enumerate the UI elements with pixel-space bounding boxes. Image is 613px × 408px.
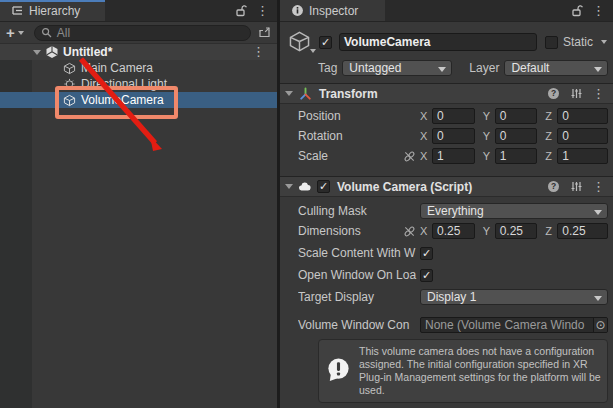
axis-y-label: Y: [483, 150, 493, 162]
help-icon[interactable]: ?: [546, 87, 560, 101]
volume-window-object-field[interactable]: None (Volume Camera Windo ⊙: [420, 317, 608, 333]
foldout-open-icon[interactable]: [285, 91, 293, 96]
item-label: VolumeCamera: [81, 93, 164, 107]
hierarchy-tabbar: Hierarchy ⋮: [0, 0, 277, 22]
scene-menu-icon[interactable]: ⋮: [252, 45, 265, 58]
hierarchy-panel: Hierarchy ⋮ + All: [0, 0, 277, 408]
hierarchy-tab-label: Hierarchy: [29, 4, 80, 18]
chevron-down-icon: [310, 49, 316, 53]
scene-row-untitled[interactable]: Untitled* ⋮: [0, 44, 277, 60]
hierarchy-item-main-camera[interactable]: Main Camera: [0, 60, 277, 76]
active-checkbox[interactable]: [319, 36, 332, 49]
target-display-dropdown[interactable]: Display 1: [420, 289, 608, 305]
presets-icon[interactable]: [569, 87, 583, 101]
name-input[interactable]: VolumeCamera: [339, 33, 537, 51]
unity-scene-icon: [45, 45, 59, 59]
panel-menu-icon[interactable]: ⋮: [256, 4, 269, 17]
foldout-open-icon[interactable]: [285, 184, 293, 189]
foldout-open-icon[interactable]: [33, 50, 41, 55]
scale-content-label: Scale Content With W: [298, 246, 420, 260]
create-object-button[interactable]: +: [6, 25, 24, 40]
position-y-input[interactable]: 0: [495, 108, 538, 124]
component-enabled-checkbox[interactable]: [317, 180, 330, 193]
open-window-label: Open Window On Loa: [298, 268, 420, 282]
transform-title: Transform: [319, 87, 378, 101]
axis-z-label: Z: [545, 150, 555, 162]
volume-camera-header[interactable]: Volume Camera (Script) ? ⋮: [280, 177, 613, 197]
panel-menu-icon[interactable]: ⋮: [592, 4, 605, 17]
presets-icon[interactable]: [569, 180, 583, 194]
help-icon[interactable]: ?: [546, 180, 560, 194]
scale-y-input[interactable]: 1: [495, 148, 538, 164]
volume-camera-body: Culling Mask Everything Dimensions: [280, 197, 613, 408]
static-dropdown-icon[interactable]: [601, 40, 607, 44]
help-box-text: This volume camera does not have a confi…: [359, 345, 601, 397]
axis-x-label: X: [420, 130, 430, 142]
axis-x-label: X: [420, 150, 430, 162]
chevron-down-icon: [18, 31, 24, 35]
gameobject-header: VolumeCamera Static Tag Untagged Layer D…: [280, 22, 613, 83]
volume-window-row: Volume Window Con None (Volume Camera Wi…: [298, 317, 608, 333]
dimensions-row: Dimensions X0.25 Y0.25 Z0.25: [298, 223, 608, 239]
inspector-tabbar: Inspector ⋮: [280, 0, 613, 22]
axis-y-label: Y: [483, 130, 493, 142]
help-box: This volume camera does not have a confi…: [318, 339, 608, 403]
rotation-y-input[interactable]: 0: [495, 128, 538, 144]
transform-body: Position X0 Y0 Z0 Rotation X0 Y0 Z0: [280, 108, 613, 170]
component-menu-icon[interactable]: ⋮: [592, 87, 605, 100]
search-icon: [41, 26, 54, 40]
position-row: Position X0 Y0 Z0: [298, 108, 608, 124]
layer-label: Layer: [469, 61, 499, 75]
hierarchy-tree: Untitled* ⋮ Main Camera Directional Ligh…: [0, 44, 277, 108]
axis-y-label: Y: [483, 110, 493, 122]
position-label: Position: [298, 109, 402, 123]
scale-z-input[interactable]: 1: [557, 148, 608, 164]
dimensions-y-input[interactable]: 0.25: [495, 223, 538, 239]
dimensions-label: Dimensions: [298, 224, 402, 238]
scale-content-row: Scale Content With W: [298, 245, 608, 261]
scene-name: Untitled*: [63, 45, 112, 59]
scale-row: Scale X1 Y1 Z1: [298, 148, 608, 164]
lock-icon[interactable]: [570, 4, 584, 18]
object-field-value: None (Volume Camera Windo: [425, 318, 593, 332]
dimensions-x-input[interactable]: 0.25: [432, 223, 475, 239]
hierarchy-search-input[interactable]: All: [34, 25, 251, 41]
transform-header[interactable]: Transform ? ⋮: [280, 84, 613, 104]
cloud-script-icon: [298, 180, 312, 194]
hierarchy-item-directional-light[interactable]: Directional Light: [0, 76, 277, 92]
axis-y-label: Y: [483, 225, 493, 237]
open-window-row: Open Window On Loa: [298, 267, 608, 283]
component-menu-icon[interactable]: ⋮: [592, 180, 605, 193]
warning-bubble-icon: [325, 356, 352, 386]
culling-mask-dropdown[interactable]: Everything: [420, 203, 608, 219]
rotation-z-input[interactable]: 0: [557, 128, 608, 144]
culling-mask-label: Culling Mask: [298, 204, 420, 218]
unity-editor-window: Hierarchy ⋮ + All: [0, 0, 613, 408]
link-broken-icon[interactable]: [402, 149, 416, 163]
axis-z-label: Z: [545, 110, 555, 122]
open-search-window-icon[interactable]: [257, 26, 271, 40]
axis-z-label: Z: [545, 130, 555, 142]
info-icon: [290, 4, 304, 18]
tab-inspector[interactable]: Inspector: [280, 0, 385, 21]
scale-x-input[interactable]: 1: [432, 148, 475, 164]
tag-dropdown[interactable]: Untagged: [342, 60, 452, 76]
position-x-input[interactable]: 0: [432, 108, 475, 124]
dimensions-z-input[interactable]: 0.25: [557, 223, 608, 239]
static-checkbox[interactable]: [545, 36, 558, 49]
target-display-label: Target Display: [298, 290, 420, 304]
scale-content-checkbox[interactable]: [420, 247, 433, 260]
transform-icon: [298, 87, 312, 101]
open-window-checkbox[interactable]: [420, 269, 433, 282]
position-z-input[interactable]: 0: [557, 108, 608, 124]
object-picker-icon[interactable]: ⊙: [593, 318, 607, 332]
item-label: Directional Light: [81, 77, 167, 91]
inspector-panel: Inspector ⋮: [280, 0, 613, 408]
lock-icon[interactable]: [234, 4, 248, 18]
hierarchy-item-volumecamera[interactable]: VolumeCamera: [0, 92, 277, 108]
layer-dropdown[interactable]: Default: [504, 60, 608, 76]
link-broken-icon[interactable]: [402, 224, 416, 238]
rotation-x-input[interactable]: 0: [432, 128, 475, 144]
tab-hierarchy[interactable]: Hierarchy: [0, 0, 105, 21]
gameobject-icon[interactable]: [288, 30, 312, 54]
